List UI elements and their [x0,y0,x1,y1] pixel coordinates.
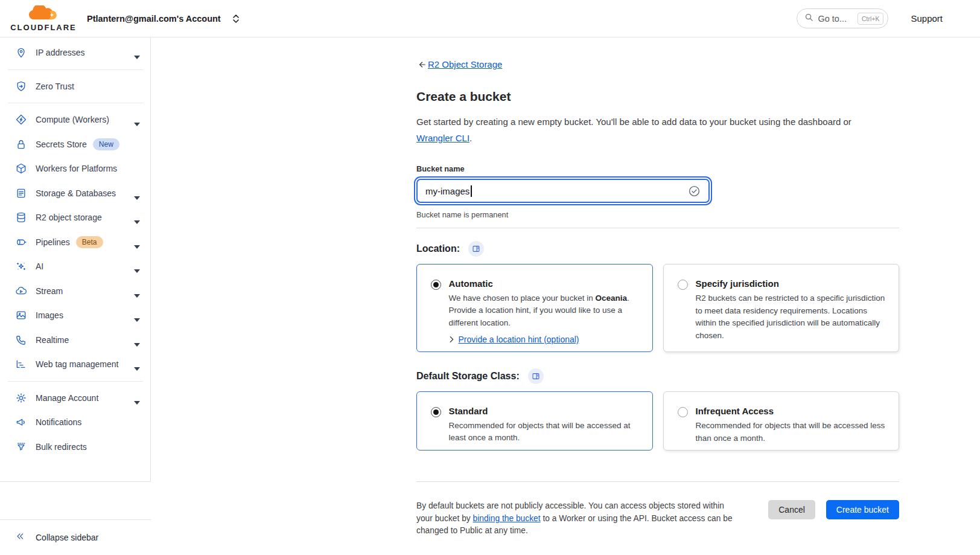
cancel-button[interactable]: Cancel [768,500,815,519]
chevron-right-icon [449,336,454,343]
standard-description: Recommended for objects that will be acc… [449,420,644,444]
jurisdiction-description: R2 buckets can be restricted to a specif… [696,292,891,342]
location-section-label: Location: [416,243,460,254]
location-help-button[interactable] [468,241,484,257]
phone-icon [14,333,28,347]
sidebar-item-manage-account[interactable]: Manage Account [0,386,150,411]
cloudflare-logo[interactable]: CLOUDFLARE [14,5,72,32]
back-arrow-icon [416,60,427,69]
keyboard-shortcut-badge: Ctrl+K [858,13,883,25]
sparkles-icon [14,260,28,273]
intro-text: Get started by creating a new empty buck… [416,114,884,146]
storage-class-option-standard[interactable]: Standard Recommended for objects that wi… [416,391,653,451]
standard-title: Standard [449,406,644,416]
storage-class-section-label: Default Storage Class: [416,371,520,382]
sidebar-item-notifications[interactable]: Notifications [0,410,150,435]
search-icon [804,13,813,24]
bucket-name-input[interactable]: my-images [416,179,710,203]
chevron-down-icon [134,338,140,349]
chevron-down-icon [134,216,140,226]
cloudflare-wordmark: CLOUDFLARE [10,23,77,32]
cloudflare-cloud-icon [26,5,61,24]
sidebar-item-pipelines[interactable]: Pipelines Beta [0,230,150,255]
location-option-automatic[interactable]: Automatic We have chosen to place your b… [416,264,653,352]
megaphone-icon [14,415,28,429]
pipeline-icon [14,236,28,249]
radio-automatic[interactable] [431,280,441,290]
main-panel: R2 Object Storage Create a bucket Get st… [151,37,980,555]
sidebar-item-workers-for-platforms[interactable]: Workers for Platforms [0,156,150,181]
sidebar: IP addresses Zero Trust Compute (Workers… [0,37,151,555]
infrequent-access-description: Recommended for objects that will be acc… [696,420,891,444]
sidebar-item-r2-object-storage[interactable]: R2 object storage [0,205,150,230]
funnel-icon [14,440,28,454]
chevron-down-icon [134,396,140,407]
chevron-down-icon [134,289,140,300]
storage-class-option-infrequent-access[interactable]: Infrequent Access Recommended for object… [663,391,900,451]
infrequent-access-title: Infrequent Access [696,406,891,416]
sidebar-divider [8,381,143,382]
account-name: Ptlantern@gmail.com's Account [87,14,221,24]
radio-standard[interactable] [431,407,441,417]
storage-class-help-button[interactable] [528,368,544,384]
tag-lines-icon [14,358,28,371]
sidebar-divider [8,69,143,70]
binding-the-bucket-link[interactable]: binding the bucket [473,514,541,523]
sidebar-item-bulk-redirects[interactable]: Bulk redirects [0,435,150,460]
bucket-name-value: my-images [425,186,469,196]
location-hint-toggle[interactable]: Provide a location hint (optional) [449,335,579,344]
sidebar-nav: IP addresses Zero Trust Compute (Workers… [0,37,151,482]
back-link-r2-object-storage[interactable]: R2 Object Storage [416,59,502,69]
lock-icon [14,138,28,151]
sidebar-item-secrets-store[interactable]: Secrets Store New [0,132,150,157]
chevron-down-icon [134,191,140,202]
account-switcher[interactable]: Ptlantern@gmail.com's Account [87,13,241,24]
check-circle-icon [688,185,701,197]
picture-icon [14,309,28,322]
global-search[interactable]: Go to... Ctrl+K [797,8,888,28]
cloud-play-icon [14,284,28,298]
chevron-down-icon [134,240,140,251]
database-panel-icon [14,187,28,200]
sidebar-item-ip-addresses[interactable]: IP addresses [0,40,150,65]
sidebar-item-images[interactable]: Images [0,303,150,328]
chevron-down-icon [134,51,140,62]
double-chevron-left-icon [14,531,25,544]
search-placeholder: Go to... [818,14,847,24]
new-badge: New [93,138,119,150]
sidebar-item-storage-databases[interactable]: Storage & Databases [0,181,150,206]
wrangler-cli-link[interactable]: Wrangler CLI [416,133,469,143]
bucket-name-label: Bucket name [416,164,899,173]
support-menu[interactable]: Support [911,13,943,24]
sidebar-item-web-tag-management[interactable]: Web tag management [0,352,150,377]
jurisdiction-title: Specify jurisdiction [696,278,891,289]
automatic-title: Automatic [449,278,644,289]
sidebar-item-stream[interactable]: Stream [0,279,150,304]
sidebar-divider [8,103,143,103]
create-bucket-button[interactable]: Create bucket [826,500,899,519]
radio-infrequent-access[interactable] [678,407,688,417]
section-divider [416,228,899,228]
top-header: CLOUDFLARE Ptlantern@gmail.com's Account… [0,0,980,37]
collapse-sidebar-button[interactable]: Collapse sidebar [0,519,151,555]
sidebar-item-compute-workers[interactable]: Compute (Workers) [0,107,150,132]
chevron-down-icon [134,362,140,373]
sidebar-item-realtime[interactable]: Realtime [0,328,150,353]
sidebar-item-ai[interactable]: AI [0,254,150,279]
chevron-down-icon [134,313,140,324]
sidebar-item-zero-trust[interactable]: Zero Trust [0,74,150,99]
cylinder-icon [14,211,28,224]
location-option-specify-jurisdiction[interactable]: Specify jurisdiction R2 buckets can be r… [663,264,900,352]
shield-arrow-icon [14,80,28,93]
unfold-chevrons-icon [231,13,241,24]
chevron-down-icon [134,118,140,129]
beta-badge: Beta [76,236,103,248]
footer-divider [416,481,899,482]
text-cursor [471,185,472,197]
automatic-description: We have chosen to place your bucket in O… [449,292,644,330]
chevron-down-icon [134,265,140,275]
cube-icon [14,162,28,175]
code-diamond-icon [14,113,28,126]
location-pin-icon [14,46,28,59]
radio-specify-jurisdiction[interactable] [678,280,688,290]
